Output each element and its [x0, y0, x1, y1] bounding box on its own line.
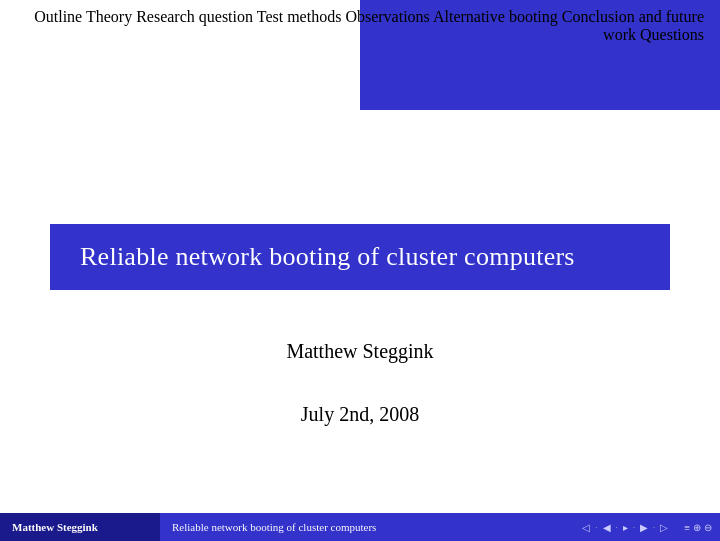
- nav-next-button[interactable]: ▶: [638, 522, 650, 533]
- slide-title: Reliable network booting of cluster comp…: [80, 242, 640, 272]
- nav-play-button[interactable]: ▸: [621, 522, 630, 533]
- slide-main: Reliable network booting of cluster comp…: [0, 110, 720, 540]
- slide-navigation-controls[interactable]: ◁ · ◀ · ▸ · ▶ · ▷: [580, 522, 670, 533]
- slide-author: Matthew Steggink: [286, 340, 433, 363]
- nav-item-questions[interactable]: Questions: [640, 26, 704, 43]
- slide-date: July 2nd, 2008: [301, 403, 419, 426]
- nav-item-alternative-booting[interactable]: Alternative booting: [433, 8, 558, 25]
- bottom-author-label: Matthew Steggink: [0, 513, 160, 541]
- zoom-in-icon[interactable]: ⊕: [693, 522, 701, 533]
- bottom-navigation-bar: Matthew Steggink Reliable network bootin…: [0, 513, 720, 541]
- nav-first-button[interactable]: ◁: [580, 522, 592, 533]
- nav-last-button[interactable]: ▷: [658, 522, 670, 533]
- bottom-author-text: Matthew Steggink: [12, 521, 98, 533]
- slide-title-box: Reliable network booting of cluster comp…: [50, 224, 670, 290]
- nav-item-theory[interactable]: Theory: [86, 8, 132, 25]
- bottom-title-label: Reliable network booting of cluster comp…: [160, 521, 572, 533]
- bottom-title-text: Reliable network booting of cluster comp…: [172, 521, 376, 533]
- nav-item-research[interactable]: Research question: [136, 8, 253, 25]
- top-navigation: Outline Theory Research question Test me…: [0, 0, 720, 52]
- bottom-icons-group[interactable]: ≡ ⊕ ⊖: [678, 522, 712, 533]
- zoom-out-icon[interactable]: ⊖: [704, 522, 712, 533]
- nav-item-test[interactable]: Test methods: [257, 8, 342, 25]
- nav-item-observations[interactable]: Observations: [345, 8, 429, 25]
- bottom-controls[interactable]: ◁ · ◀ · ▸ · ▶ · ▷ ≡ ⊕ ⊖: [572, 522, 720, 533]
- nav-prev-button[interactable]: ◀: [601, 522, 613, 533]
- nav-item-outline[interactable]: Outline: [34, 8, 82, 25]
- zoom-menu-icon[interactable]: ≡: [684, 522, 690, 533]
